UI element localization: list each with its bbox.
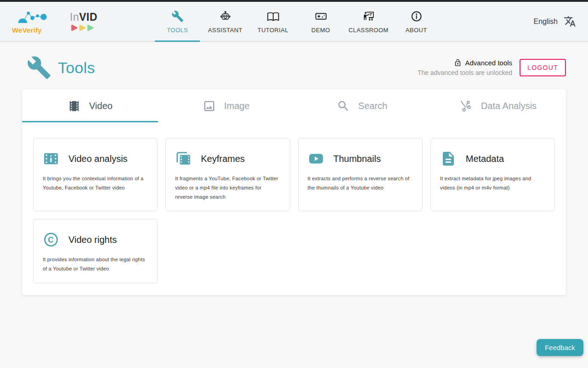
invid-triangles-icon xyxy=(70,23,96,31)
feedback-button[interactable]: Feedback xyxy=(537,339,583,356)
video-analysis-icon xyxy=(43,150,59,167)
gamepad-icon xyxy=(315,10,327,23)
tab-data-analysis[interactable]: Data Analysis xyxy=(430,89,566,122)
nav-item-classroom[interactable]: CLASSROOM xyxy=(346,2,391,41)
invid-logo-text-vid: VID xyxy=(79,11,97,23)
advanced-tools-status: The advanced tools are unlocked xyxy=(418,69,512,76)
wrench-icon xyxy=(27,55,51,80)
tool-card-thumbnails[interactable]: Thumbnails It extracts and performs a re… xyxy=(298,138,423,211)
nav-item-demo[interactable]: DEMO xyxy=(298,2,343,41)
weverify-mark-icon xyxy=(12,9,54,27)
tool-cards: Video analysis It brings you the context… xyxy=(22,122,566,295)
classroom-icon xyxy=(362,10,375,23)
invid-logo-text-in: In xyxy=(70,11,79,23)
main-nav: TOOLS ASSISTANT TUTORIAL DEMO CLASSROOM … xyxy=(155,2,439,41)
weverify-logo[interactable]: WeVerify xyxy=(12,9,54,34)
language-switcher[interactable]: English xyxy=(534,15,576,28)
metadata-icon xyxy=(440,150,457,167)
tool-card-head: Thumbnails xyxy=(308,150,413,167)
title-row: Tools Advanced tools The advanced tools … xyxy=(0,41,588,89)
tool-card-head: Video rights xyxy=(43,231,148,248)
category-tabs: Video Image Search Data Analysis xyxy=(22,89,566,122)
tool-card-keyframes[interactable]: Keyframes It fragments a YouTube, Facebo… xyxy=(165,138,290,211)
info-icon xyxy=(410,10,423,23)
wrench-icon xyxy=(171,10,184,23)
nav-item-tutorial[interactable]: TUTORIAL xyxy=(250,2,295,41)
page-title: Tools xyxy=(58,59,95,77)
keyframes-icon xyxy=(175,150,192,167)
nav-item-about[interactable]: ABOUT xyxy=(394,2,439,41)
book-icon xyxy=(267,10,279,23)
data-analysis-icon xyxy=(459,99,473,113)
nav-item-assistant[interactable]: ASSISTANT xyxy=(203,2,248,41)
lock-open-icon xyxy=(454,59,462,67)
image-icon xyxy=(203,99,216,113)
tools-panel: Video Image Search Data Analysis Video a… xyxy=(22,89,566,295)
tab-video[interactable]: Video xyxy=(22,89,158,122)
language-label: English xyxy=(534,17,558,26)
tool-card-head: Video analysis xyxy=(43,150,148,167)
advanced-tools-label: Advanced tools xyxy=(465,59,513,67)
tool-card-video-rights[interactable]: Video rights It provides information abo… xyxy=(33,219,158,283)
tool-card-head: Keyframes xyxy=(175,150,280,167)
nav-item-tools[interactable]: TOOLS xyxy=(155,2,200,41)
tab-image[interactable]: Image xyxy=(158,89,294,122)
tool-card-video-analysis[interactable]: Video analysis It brings you the context… xyxy=(33,138,158,211)
logout-button[interactable]: LOGOUT xyxy=(520,59,566,76)
main-content: Tools Advanced tools The advanced tools … xyxy=(0,41,588,295)
logo-group: WeVerify InVID xyxy=(12,9,97,34)
advanced-tools-row: Advanced tools xyxy=(454,59,513,67)
page-title-group: Tools xyxy=(27,55,95,80)
robot-icon xyxy=(219,10,232,23)
app-header: WeVerify InVID TOOLS ASSISTANT TUTORIAL … xyxy=(0,2,588,41)
advanced-tools-group: Advanced tools The advanced tools are un… xyxy=(418,59,566,76)
invid-logo[interactable]: InVID xyxy=(70,12,97,31)
translate-icon xyxy=(564,15,576,28)
thumbnails-icon xyxy=(308,150,324,167)
film-icon xyxy=(68,99,81,113)
invid-logo-text: InVID xyxy=(70,12,97,23)
weverify-logo-text: WeVerify xyxy=(12,26,42,34)
search-icon xyxy=(337,99,350,113)
tool-card-metadata[interactable]: Metadata It extract metadata for jpeg im… xyxy=(430,138,555,211)
advanced-tools-text: Advanced tools The advanced tools are un… xyxy=(418,59,512,76)
tool-card-head: Metadata xyxy=(440,150,545,167)
tab-search[interactable]: Search xyxy=(294,89,430,122)
copyright-icon xyxy=(43,231,59,248)
